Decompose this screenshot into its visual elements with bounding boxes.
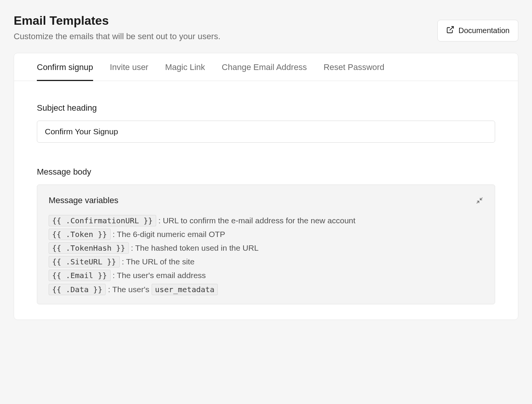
collapse-icon[interactable] bbox=[476, 197, 483, 204]
tabs-row: Confirm signup Invite user Magic Link Ch… bbox=[14, 53, 518, 81]
svg-line-0 bbox=[450, 27, 454, 30]
svg-line-1 bbox=[480, 198, 483, 200]
variable-code: {{ .SiteURL }} bbox=[49, 256, 120, 267]
variables-title: Message variables bbox=[49, 196, 118, 205]
variable-code: {{ .Data }} bbox=[49, 284, 106, 295]
variable-desc: : The user's email address bbox=[111, 271, 206, 280]
variable-desc: : URL to confirm the e-mail address for … bbox=[156, 216, 355, 225]
variable-row: {{ .TokenHash }} : The hashed token used… bbox=[49, 241, 483, 255]
variable-code: {{ .Email }} bbox=[49, 270, 111, 281]
variable-row: {{ .ConfirmationURL }} : URL to confirm … bbox=[49, 214, 483, 227]
tab-reset-password[interactable]: Reset Password bbox=[323, 53, 384, 81]
variable-desc: : The 6-digit numeric email OTP bbox=[111, 230, 225, 239]
tab-invite-user[interactable]: Invite user bbox=[110, 53, 149, 81]
tab-label: Reset Password bbox=[323, 62, 384, 72]
tab-change-email[interactable]: Change Email Address bbox=[222, 53, 307, 81]
tab-magic-link[interactable]: Magic Link bbox=[165, 53, 205, 81]
body-label: Message body bbox=[37, 167, 495, 177]
header-text: Email Templates Customize the emails tha… bbox=[14, 14, 437, 41]
variables-list: {{ .ConfirmationURL }} : URL to confirm … bbox=[49, 214, 483, 296]
subject-input[interactable] bbox=[37, 121, 495, 143]
variable-row: {{ .Token }} : The 6-digit numeric email… bbox=[49, 227, 483, 241]
page-subtitle: Customize the emails that will be sent o… bbox=[14, 32, 437, 41]
variable-code: {{ .TokenHash }} bbox=[49, 242, 129, 254]
page-header: Email Templates Customize the emails tha… bbox=[14, 14, 518, 41]
variable-desc: : The user's bbox=[106, 285, 151, 294]
variable-code: {{ .Token }} bbox=[49, 229, 111, 240]
variables-panel: Message variables {{ .ConfirmationURL }}… bbox=[37, 185, 495, 304]
subject-label: Subject heading bbox=[37, 103, 495, 113]
tab-content: Subject heading Message body Message var… bbox=[14, 81, 518, 320]
variables-header: Message variables bbox=[49, 196, 483, 205]
variable-desc: : The URL of the site bbox=[120, 257, 195, 266]
variable-code: {{ .ConfirmationURL }} bbox=[49, 215, 156, 226]
page-title: Email Templates bbox=[14, 14, 437, 28]
tab-label: Magic Link bbox=[165, 62, 205, 72]
documentation-button[interactable]: Documentation bbox=[437, 20, 518, 41]
tab-confirm-signup[interactable]: Confirm signup bbox=[37, 53, 93, 81]
variable-trailing-code: user_metadata bbox=[152, 284, 218, 295]
variable-desc: : The hashed token used in the URL bbox=[129, 243, 259, 252]
tab-label: Confirm signup bbox=[37, 62, 93, 72]
svg-line-2 bbox=[477, 201, 479, 204]
variable-row: {{ .SiteURL }} : The URL of the site bbox=[49, 255, 483, 269]
external-link-icon bbox=[446, 25, 454, 36]
templates-card: Confirm signup Invite user Magic Link Ch… bbox=[14, 53, 518, 320]
tab-label: Invite user bbox=[110, 62, 149, 72]
documentation-button-label: Documentation bbox=[458, 26, 510, 35]
tab-label: Change Email Address bbox=[222, 62, 307, 72]
variable-row: {{ .Email }} : The user's email address bbox=[49, 269, 483, 282]
variable-row: {{ .Data }} : The user's user_metadata bbox=[49, 283, 483, 296]
